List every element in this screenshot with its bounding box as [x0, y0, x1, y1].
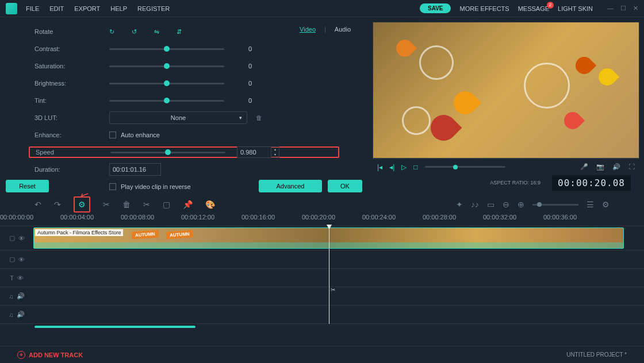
audio-track-icon: ♫ [9, 311, 13, 318]
tab-audio[interactable]: Audio [335, 26, 351, 33]
enhance-label: Enhance: [34, 132, 109, 138]
stop-icon[interactable]: □ [413, 163, 417, 171]
eye-icon[interactable]: 👁 [18, 235, 25, 242]
trash-icon[interactable]: 🗑 [256, 114, 262, 121]
properties-panel: Video | Audio Rotate ↻ ↺ ⇋ ⇵ Contrast: 0… [0, 17, 368, 195]
flip-v-icon[interactable]: ⇵ [177, 28, 182, 36]
settings-icon[interactable]: ⚙ [602, 200, 610, 209]
tint-slider[interactable] [109, 100, 224, 102]
tint-label: Tint: [34, 97, 109, 104]
zoom-fit-icon[interactable]: ▭ [487, 200, 494, 209]
marker-icon[interactable]: ✦ [456, 200, 463, 209]
contrast-slider[interactable] [109, 48, 224, 50]
playhead[interactable] [329, 226, 329, 324]
footer-bar: + ADD NEW TRACK UNTITLED PROJECT * [0, 346, 644, 363]
duration-input[interactable] [109, 163, 161, 176]
tab-separator: | [324, 26, 326, 33]
zoom-slider[interactable] [532, 204, 578, 206]
audio-track-2[interactable]: ♫🔊 [0, 306, 644, 324]
speaker-icon[interactable]: 🔊 [17, 311, 25, 318]
mic-icon[interactable]: 🎤 [580, 163, 588, 171]
menu-help[interactable]: HELP [110, 5, 127, 12]
menu-file[interactable]: FILE [26, 5, 39, 12]
advanced-button[interactable]: Advanced [259, 180, 322, 192]
rotate-ccw-icon[interactable]: ↺ [132, 28, 137, 36]
maximize-icon[interactable]: ☐ [620, 5, 626, 12]
chevron-down-icon: ▾ [239, 115, 242, 121]
eye-icon[interactable]: 👁 [18, 256, 25, 263]
light-skin-link[interactable]: LIGHT SKIN [558, 5, 593, 12]
audio-track-1[interactable]: ♫🔊 [0, 287, 644, 306]
add-new-track-button[interactable]: + ADD NEW TRACK [17, 351, 83, 359]
video-track-2[interactable]: ▢👁 [0, 250, 644, 269]
speaker-icon[interactable]: 🔊 [612, 163, 620, 171]
speed-input[interactable] [237, 146, 271, 158]
list-icon[interactable]: ☰ [586, 200, 594, 209]
app-logo-icon [6, 3, 17, 14]
play-icon[interactable]: ▷ [401, 163, 407, 171]
text-track[interactable]: T👁 [0, 269, 644, 287]
clip-tag: AUTUMN [166, 230, 193, 239]
prev-frame-icon[interactable]: ◂| [389, 163, 394, 171]
message-badge: 2 [547, 2, 554, 9]
top-menu-bar: FILE EDIT EXPORT HELP REGISTER SAVE MORE… [0, 0, 644, 17]
text-track-icon: T [10, 275, 14, 281]
brightness-value: 0 [241, 80, 259, 87]
clip-label: Autumn Pack - Filmora Effects Store [35, 229, 123, 236]
zoom-out-icon[interactable]: ⊖ [503, 200, 509, 209]
preview-panel: |◂ ◂| ▷ □ 🎤 📷 🔊 ⛶ ASPECT RATIO: 16:9 00:… [368, 17, 644, 195]
menu-edit[interactable]: EDIT [49, 5, 64, 12]
speaker-icon[interactable]: 🔊 [17, 292, 25, 300]
eye-icon[interactable]: 👁 [17, 275, 24, 281]
audio-mixer-icon[interactable]: ♪♪ [471, 200, 479, 209]
go-start-icon[interactable]: |◂ [377, 163, 382, 171]
timeline-scrollbar[interactable] [34, 326, 195, 328]
more-effects-link[interactable]: MORE EFFECTS [459, 5, 509, 12]
video-track-icon: ▢ [9, 256, 15, 263]
reset-button[interactable]: Reset [6, 180, 49, 192]
message-link[interactable]: MESSAGE 2 [518, 5, 549, 12]
clip-tag: AUTUMN [132, 230, 159, 239]
aspect-ratio-label: ASPECT RATIO: 16:9 [490, 180, 540, 186]
rotate-cw-icon[interactable]: ↻ [109, 28, 114, 36]
saturation-slider[interactable] [109, 65, 224, 67]
delete-icon[interactable]: 🗑 [122, 200, 131, 209]
redo-icon[interactable]: ↷ [54, 200, 61, 209]
volume-slider[interactable] [425, 166, 505, 168]
saturation-value: 0 [241, 63, 259, 69]
speed-spinner[interactable]: ▴▾ [271, 146, 279, 158]
saturation-label: Saturation: [34, 63, 109, 69]
lut-label: 3D LUT: [34, 114, 109, 121]
transport-bar: |◂ ◂| ▷ □ 🎤 📷 🔊 ⛶ [373, 159, 639, 175]
export-frame-icon[interactable]: ▢ [163, 200, 170, 209]
zoom-in-icon[interactable]: ⊕ [518, 200, 524, 209]
fullscreen-icon[interactable]: ⛶ [628, 163, 635, 171]
pin-icon[interactable]: 📌 [183, 200, 193, 209]
undo-icon[interactable]: ↶ [34, 200, 41, 209]
save-button[interactable]: SAVE [420, 3, 451, 13]
auto-enhance-text: Auto enhance [121, 132, 160, 138]
video-track-1[interactable]: ▢👁 Autumn Pack - Filmora Effects Store A… [0, 226, 644, 250]
timeline: 00:00:00:00 00:00:04:00 00:00:08:00 00:0… [0, 214, 644, 331]
contrast-label: Contrast: [34, 45, 109, 52]
brightness-slider[interactable] [109, 83, 224, 84]
minimize-icon[interactable]: — [607, 5, 614, 12]
speed-slider[interactable] [110, 152, 225, 153]
ok-button[interactable]: OK [328, 180, 362, 192]
tab-video[interactable]: Video [300, 26, 316, 33]
time-ruler[interactable]: 00:00:00:00 00:00:04:00 00:00:08:00 00:0… [0, 214, 644, 226]
timecode-display: 00:00:20.08 [552, 175, 631, 191]
menu-export[interactable]: EXPORT [74, 5, 100, 12]
lut-select[interactable]: None▾ [109, 111, 247, 124]
video-track-icon: ▢ [9, 234, 15, 242]
auto-enhance-checkbox[interactable] [109, 132, 116, 138]
color-icon[interactable]: 🎨 [205, 200, 215, 209]
flip-h-icon[interactable]: ⇋ [154, 28, 159, 36]
audio-track-icon: ♫ [9, 293, 13, 300]
crop-icon[interactable]: ✂ [143, 200, 150, 209]
plus-icon: + [17, 351, 25, 359]
menu-register[interactable]: REGISTER [137, 5, 170, 12]
close-icon[interactable]: ✕ [633, 5, 638, 12]
cut-icon[interactable]: ✂ [103, 200, 110, 209]
snapshot-icon[interactable]: 📷 [596, 163, 604, 171]
